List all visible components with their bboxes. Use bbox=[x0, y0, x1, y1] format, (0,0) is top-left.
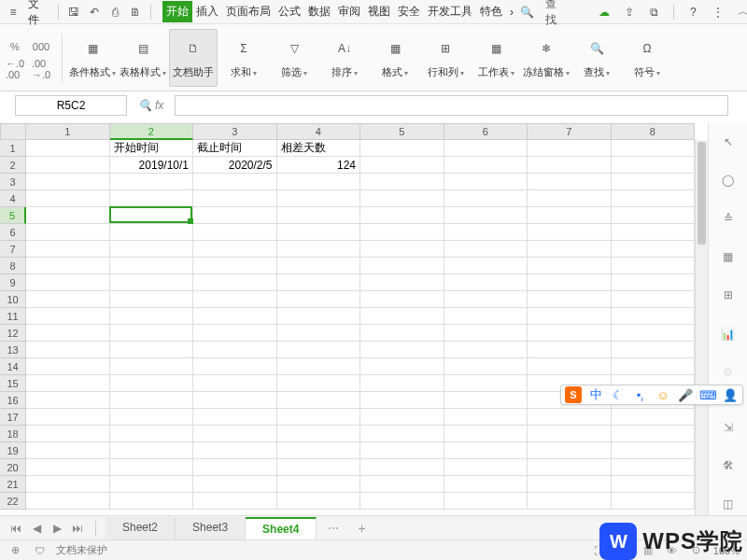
cell[interactable] bbox=[444, 476, 529, 493]
cell[interactable] bbox=[444, 342, 529, 358]
print-icon[interactable]: ⎙ bbox=[106, 2, 124, 22]
row-header[interactable]: 21 bbox=[0, 476, 26, 493]
cell[interactable] bbox=[26, 476, 110, 493]
cell[interactable] bbox=[444, 224, 529, 241]
cell[interactable] bbox=[612, 258, 696, 274]
cell[interactable] bbox=[26, 342, 110, 358]
cell[interactable] bbox=[612, 409, 696, 426]
cell[interactable] bbox=[528, 476, 612, 493]
lightbulb-icon[interactable]: ⊕ bbox=[7, 543, 22, 558]
cell[interactable] bbox=[193, 241, 277, 258]
ime-logo-icon[interactable]: S bbox=[565, 386, 582, 403]
cell[interactable] bbox=[26, 174, 110, 190]
apps-icon[interactable]: ⊞ bbox=[717, 285, 740, 306]
cell[interactable] bbox=[193, 493, 277, 510]
decrease-decimal[interactable]: .00→.0 bbox=[32, 61, 50, 77]
cell[interactable] bbox=[26, 493, 110, 510]
cell[interactable] bbox=[26, 224, 110, 241]
row-header[interactable]: 16 bbox=[0, 392, 26, 409]
more-icon[interactable]: ⋮ bbox=[709, 2, 728, 22]
cell[interactable] bbox=[193, 308, 277, 325]
cell[interactable]: 开始时间 bbox=[110, 140, 194, 157]
cell[interactable] bbox=[193, 459, 277, 476]
cell[interactable] bbox=[612, 274, 696, 291]
cell[interactable] bbox=[444, 190, 529, 207]
cell[interactable] bbox=[612, 442, 696, 459]
cell[interactable] bbox=[360, 358, 444, 375]
cell[interactable] bbox=[528, 207, 612, 224]
ribbon-filter[interactable]: ▽筛选▾ bbox=[270, 29, 318, 87]
cell[interactable] bbox=[193, 409, 277, 426]
collapse-icon[interactable]: ︿ bbox=[733, 2, 747, 22]
cell[interactable] bbox=[528, 325, 612, 342]
col-header[interactable]: 2 bbox=[110, 123, 194, 140]
cell[interactable] bbox=[277, 409, 361, 426]
cell[interactable] bbox=[444, 241, 529, 258]
cell[interactable] bbox=[277, 308, 361, 325]
cell[interactable] bbox=[528, 274, 612, 291]
ribbon-rowcol[interactable]: ⊞行和列▾ bbox=[421, 29, 470, 87]
cell[interactable] bbox=[360, 274, 444, 291]
cell[interactable] bbox=[612, 241, 696, 258]
cell[interactable] bbox=[110, 207, 194, 224]
cell[interactable] bbox=[277, 459, 361, 476]
cell[interactable] bbox=[277, 358, 361, 375]
cell[interactable] bbox=[193, 174, 277, 190]
cell[interactable] bbox=[444, 174, 529, 190]
cell[interactable] bbox=[26, 442, 110, 459]
row-header[interactable]: 13 bbox=[0, 342, 26, 358]
cell[interactable] bbox=[277, 325, 361, 342]
cell[interactable] bbox=[360, 342, 444, 358]
cell[interactable] bbox=[444, 258, 529, 274]
ribbon-format[interactable]: ▦格式▾ bbox=[371, 29, 419, 87]
tab-pagelayout[interactable]: 页面布局 bbox=[222, 1, 275, 22]
cell[interactable] bbox=[26, 207, 110, 224]
col-header[interactable]: 5 bbox=[360, 123, 444, 140]
percent-format[interactable]: % bbox=[6, 38, 24, 55]
cell[interactable]: 124 bbox=[277, 157, 361, 174]
ribbon-sort[interactable]: A↓排序▾ bbox=[320, 29, 369, 87]
col-header[interactable]: 1 bbox=[26, 123, 110, 140]
window-icon[interactable]: ⧉ bbox=[644, 2, 664, 22]
hamburger-icon[interactable]: ≡ bbox=[4, 2, 22, 22]
cell[interactable] bbox=[612, 308, 696, 325]
cell[interactable] bbox=[360, 459, 444, 476]
tab-start[interactable]: 开始 bbox=[162, 1, 192, 22]
cell[interactable]: 2020/2/5 bbox=[193, 157, 277, 174]
file-menu[interactable]: 文件 bbox=[24, 0, 52, 28]
share-icon[interactable]: ⇪ bbox=[620, 2, 640, 22]
row-header[interactable]: 20 bbox=[0, 459, 26, 476]
row-header[interactable]: 22 bbox=[0, 493, 26, 510]
cell[interactable] bbox=[26, 157, 110, 174]
cell[interactable] bbox=[444, 493, 529, 510]
cell[interactable] bbox=[360, 224, 444, 241]
cell[interactable] bbox=[360, 308, 444, 325]
sheet-nav-first[interactable]: ⏮ bbox=[7, 520, 24, 537]
cell[interactable] bbox=[612, 291, 696, 308]
col-header[interactable]: 3 bbox=[193, 123, 277, 140]
cell[interactable] bbox=[26, 459, 110, 476]
cell[interactable] bbox=[277, 207, 361, 224]
sheet-nav-last[interactable]: ⏭ bbox=[69, 520, 86, 537]
cell[interactable] bbox=[612, 459, 696, 476]
cell[interactable] bbox=[612, 174, 696, 190]
row-header[interactable]: 9 bbox=[0, 274, 26, 291]
cell[interactable] bbox=[612, 207, 696, 224]
cell[interactable] bbox=[528, 342, 612, 358]
select-tool-icon[interactable]: ↖ bbox=[717, 131, 740, 152]
cell[interactable] bbox=[110, 375, 194, 392]
sheet-tab[interactable]: Sheet2 bbox=[106, 517, 176, 539]
cell[interactable] bbox=[110, 476, 194, 493]
ime-user-icon[interactable]: 👤 bbox=[722, 386, 739, 403]
cell[interactable] bbox=[528, 493, 612, 510]
cell[interactable] bbox=[444, 358, 529, 375]
cell[interactable] bbox=[360, 493, 444, 510]
cell[interactable] bbox=[444, 207, 529, 224]
cell[interactable] bbox=[528, 241, 612, 258]
cell[interactable] bbox=[26, 140, 110, 157]
row-header[interactable]: 1 bbox=[0, 140, 26, 157]
cell[interactable] bbox=[360, 140, 444, 157]
cell[interactable] bbox=[26, 392, 110, 409]
cell[interactable] bbox=[612, 140, 696, 157]
cell[interactable] bbox=[193, 476, 277, 493]
